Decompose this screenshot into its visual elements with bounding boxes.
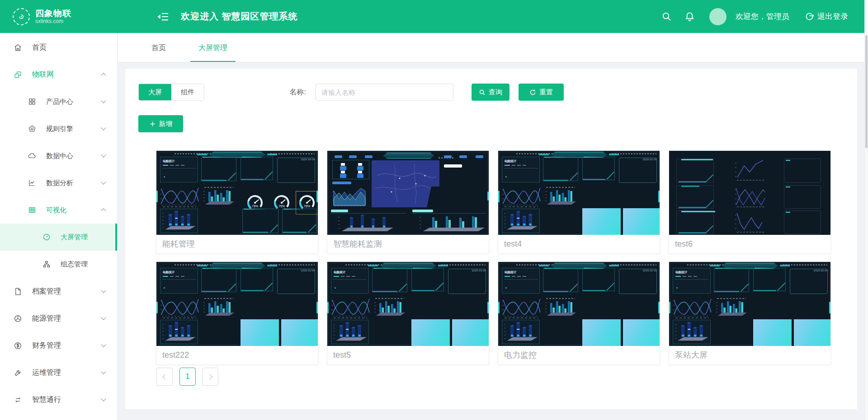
decor-panel-tabs <box>505 276 526 277</box>
sidebar-item-label: 物联网 <box>32 70 54 79</box>
decor-slant <box>399 283 407 291</box>
add-button[interactable]: 新增 <box>138 115 183 132</box>
card-title: test4 <box>498 235 660 253</box>
decor-banner-wing <box>609 154 619 155</box>
thumb-line-chart <box>501 185 541 208</box>
sidebar-item-product-center[interactable]: 产品中心 <box>0 88 117 115</box>
sidebar-item-screen-management[interactable]: 大屏管理 <box>0 224 117 251</box>
decor-stat-block <box>340 174 346 178</box>
card-thumb: 2025-02-06 电能统计 <box>498 262 660 346</box>
card-title: test6 <box>669 235 830 253</box>
decor-slant <box>228 283 236 291</box>
user-greeting: 欢迎您，管理员 <box>736 11 789 22</box>
logo-icon <box>13 8 30 25</box>
decor-divider <box>162 168 196 168</box>
plus-icon <box>149 121 156 127</box>
search-icon[interactable] <box>661 11 672 22</box>
thumb-panel <box>676 159 714 183</box>
thumb-panel <box>241 268 273 291</box>
thumb-blue-bar-panel <box>673 320 711 344</box>
thumb-line-chart <box>159 185 199 208</box>
decor-pill <box>459 155 467 158</box>
chevron-down-icon <box>101 369 106 374</box>
dashboard-card[interactable]: 2025-02-06 电能统计 tes <box>156 261 318 365</box>
dashboard-card[interactable]: 2025-06-04 电能统计 75% 75% <box>156 150 318 254</box>
chevron-left-icon <box>162 374 168 380</box>
sidebar-item-data-center[interactable]: 数据中心 <box>0 142 117 169</box>
decor-bar <box>681 159 713 160</box>
logout-label: 退出登录 <box>817 11 848 22</box>
sidebar-item-configuration-management[interactable]: 组态管理 <box>0 251 117 278</box>
sidebar-item-label: 能源管理 <box>32 314 61 323</box>
sidebar-item-smart-access[interactable]: 智慧通行 <box>0 386 117 413</box>
decor-accent <box>487 302 489 313</box>
dashboard-card[interactable]: test6 <box>669 150 831 254</box>
sidebar-item-home[interactable]: 首页 <box>0 34 117 61</box>
dashboard-card[interactable]: 2025-02-06 电能统计 泵站大 <box>669 261 831 365</box>
prev-page-button[interactable] <box>156 368 173 386</box>
toggle-screen-button[interactable]: 大屏 <box>139 84 171 100</box>
toggle-component-button[interactable]: 组件 <box>171 84 204 100</box>
logout-button[interactable]: 退出登录 <box>805 11 848 22</box>
sidebar-item-energy[interactable]: 能源管理 <box>0 305 117 332</box>
product-grid-icon <box>28 98 36 106</box>
decor-bar <box>681 186 699 187</box>
sidebar-item-rule-engine[interactable]: 规则引擎 <box>0 115 117 142</box>
decor-banner-wing <box>539 265 549 266</box>
dashboard-card[interactable]: 2025-02-06 电能统计 电力监 <box>498 261 660 365</box>
decor-panel-tabs <box>163 165 184 166</box>
card-thumb: 2025-06-04 电能统计 75% 75% <box>156 151 318 235</box>
gauge-value: 75% <box>252 205 258 208</box>
sidebar-item-label: 可视化 <box>46 206 66 215</box>
sidebar-item-label: 组态管理 <box>61 260 88 269</box>
thumb-blue-bar-panel <box>502 320 540 344</box>
thumb-blue-tile <box>582 208 621 235</box>
chevron-up-icon <box>101 208 106 213</box>
sidebar-item-archives[interactable]: 档案管理 <box>0 278 117 305</box>
next-page-button[interactable] <box>202 368 218 386</box>
decor-slant <box>570 283 578 291</box>
card-title: 电力监控 <box>498 346 660 364</box>
decor-bar <box>679 181 706 182</box>
sidebar-item-label: 运维管理 <box>32 368 61 378</box>
scrollbar[interactable] <box>864 0 868 420</box>
sitemap-icon <box>42 260 51 268</box>
sidebar-item-ops[interactable]: 运维管理 <box>0 359 117 386</box>
search-button[interactable]: 查询 <box>472 84 509 101</box>
decor-slant <box>777 282 785 290</box>
menu-fold-icon[interactable] <box>157 11 169 23</box>
decor-accent <box>498 302 500 313</box>
decor-banner-wing <box>539 154 549 155</box>
thumb-panel <box>242 209 278 233</box>
sidebar-item-finance[interactable]: 财务管理 <box>0 332 117 359</box>
thumb-blue-bar-panel <box>160 320 198 344</box>
chevron-right-icon <box>207 374 212 380</box>
dashboard-card[interactable]: 2025-02-06 电能统计 tes <box>327 261 489 365</box>
thumb-panel <box>676 185 714 209</box>
chevron-down-icon <box>101 396 106 401</box>
thumb-stat-panel: 电能统计 <box>160 157 198 182</box>
card-title: test222 <box>156 346 318 364</box>
decor-white-pill <box>444 164 462 168</box>
decor-accent <box>658 302 660 313</box>
scrollbar-thumb[interactable] <box>865 35 868 148</box>
name-filter-label: 名称: <box>275 88 306 97</box>
gauge-icon <box>42 233 51 241</box>
decor-dot <box>676 287 678 289</box>
tab-home[interactable]: 首页 <box>143 43 174 62</box>
sidebar-item-iot[interactable]: 物联网 <box>0 61 117 88</box>
card-thumb <box>327 151 489 235</box>
thumb-line-chart <box>159 296 199 319</box>
reset-button[interactable]: 重置 <box>519 84 564 101</box>
dashboard-card[interactable]: 2025-02-05 电能统计 tes <box>498 150 660 254</box>
decor-stat-block <box>357 166 363 170</box>
dashboard-card[interactable]: 智慧能耗监测 <box>327 150 489 254</box>
chevron-down-icon <box>101 342 106 347</box>
bell-icon[interactable] <box>684 11 695 22</box>
avatar[interactable] <box>709 8 726 25</box>
sidebar-item-visualization[interactable]: 可视化 <box>0 196 117 224</box>
tab-screen-management[interactable]: 大屏管理 <box>190 43 236 62</box>
sidebar-item-data-analysis[interactable]: 数据分析 <box>0 169 117 196</box>
name-input[interactable] <box>316 84 453 101</box>
current-page-button[interactable]: 1 <box>179 368 196 386</box>
